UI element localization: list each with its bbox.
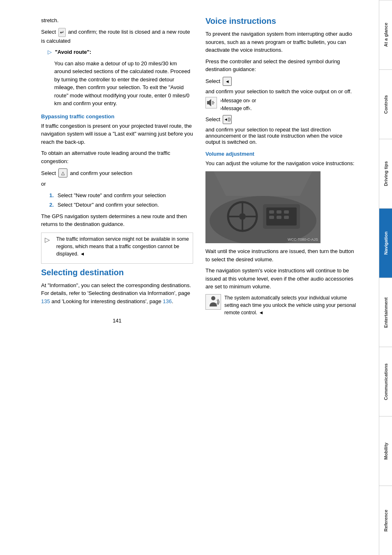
volume-text3: The navigation system's voice instructio… (205, 267, 357, 291)
intro-text1: stretch. (41, 16, 193, 25)
sidebar-tab-controls[interactable]: Controls (379, 69, 392, 139)
person-icon-svg (206, 295, 220, 309)
page-container: stretch. Select ↵ and confirm; the route… (0, 0, 392, 555)
note-triangle-icon: ▷ (45, 235, 53, 244)
voice-instructions-title: Voice instructions (205, 16, 357, 26)
avoid-route-text: You can also make a detour of up to 20 m… (54, 60, 193, 108)
volume-icon (205, 294, 221, 310)
sidebar-tab-reference[interactable]: Reference (379, 486, 392, 555)
repeat-icon: ◄)) (223, 115, 232, 124)
select-mute-line: Select ◄ and confirm your selection to s… (205, 77, 357, 94)
volume-note-text: The system automatically selects your in… (224, 294, 357, 316)
car-interior-svg (205, 171, 321, 243)
intro-text2-line: Select ↵ and confirm; the route list is … (41, 28, 193, 45)
select-repeat-line: Select ◄)) and confirm your selection to… (205, 115, 357, 145)
avoid-route-block: ▷ "Avoid route": You can also make a det… (48, 48, 193, 108)
page-number: 141 (41, 318, 193, 324)
gps-text: The GPS navigation system determines a n… (41, 212, 193, 228)
message-options-box: ›Message on‹ or ›Message off‹. (205, 97, 357, 113)
bypassing-title: Bypassing traffic congestion (41, 113, 193, 120)
image-caption: WCC-T080-C-AJS (288, 237, 318, 242)
mute-icon: ◄ (223, 77, 232, 86)
car-image: WCC-T080-C-AJS (205, 171, 321, 243)
sidebar: At a glance Controls Driving tips Naviga… (379, 0, 392, 555)
selecting-destination-title: Selecting destination (41, 268, 193, 277)
avoid-bullet-line: ▷ "Avoid route": (48, 48, 193, 56)
svg-rect-15 (269, 210, 274, 214)
select-triangle-line: Select △ and confirm your selection (41, 168, 193, 177)
bypassing-text1: If traffic congestion is present on your… (41, 122, 193, 146)
speaker-icon-svg (206, 98, 216, 108)
triangle-select-icon: △ (58, 168, 67, 177)
voice-text2: Press the controller and select the desi… (205, 58, 357, 74)
volume-adjustment-title: Volume adjustment (205, 151, 357, 157)
volume-text2: Wait until the voice instructions are is… (205, 247, 357, 263)
intro-block: stretch. Select ↵ and confirm; the route… (41, 16, 193, 108)
sidebar-tab-navigation[interactable]: Navigation (379, 208, 392, 278)
sidebar-tab-entertainment[interactable]: Entertainment (379, 278, 392, 347)
volume-note-box: The system automatically selects your in… (205, 294, 357, 320)
page-136-link[interactable]: 136 (163, 298, 172, 304)
svg-point-21 (211, 296, 215, 300)
numbered-item-2: 2. Select "Detour" and confirm your sele… (49, 201, 193, 209)
volume-text1: You can adjust the volume for the naviga… (205, 159, 357, 168)
note-box: ▷ The traffic information service might … (41, 233, 193, 264)
message-icon (205, 97, 217, 108)
main-content: stretch. Select ↵ and confirm; the route… (0, 0, 379, 555)
svg-rect-20 (284, 216, 289, 219)
svg-rect-17 (284, 210, 289, 214)
numbered-list: 1. Select "New route" and confirm your s… (49, 191, 193, 209)
page-135-link[interactable]: 135 (41, 298, 50, 304)
svg-rect-16 (277, 210, 281, 214)
sidebar-tab-mobility[interactable]: Mobility (379, 416, 392, 486)
bypassing-text2: To obtain an alternative route leading a… (41, 149, 193, 165)
sidebar-tab-driving-tips[interactable]: Driving tips (379, 139, 392, 208)
svg-rect-19 (277, 216, 281, 219)
car-image-inner (205, 171, 321, 243)
back-icon: ↵ (58, 28, 66, 37)
selecting-text: At "Information", you can select the cor… (41, 281, 193, 306)
sidebar-tab-at-a-glance[interactable]: At a glance (379, 0, 392, 69)
voice-text1: To prevent the navigation system from in… (205, 30, 357, 54)
svg-rect-0 (207, 101, 209, 104)
svg-rect-18 (269, 216, 274, 219)
numbered-item-1: 1. Select "New route" and confirm your s… (49, 191, 193, 200)
note-text: The traffic information service might no… (56, 235, 189, 258)
sidebar-tab-communications[interactable]: Communications (379, 347, 392, 416)
svg-marker-1 (209, 99, 211, 106)
right-column: Voice instructions To prevent the naviga… (205, 16, 357, 539)
or-label: or (41, 180, 193, 188)
left-column: stretch. Select ↵ and confirm; the route… (41, 16, 193, 539)
triangle-bullet: ▷ (48, 49, 52, 55)
svg-point-8 (239, 213, 246, 220)
message-options-text: ›Message on‹ or ›Message off‹. (220, 97, 256, 113)
